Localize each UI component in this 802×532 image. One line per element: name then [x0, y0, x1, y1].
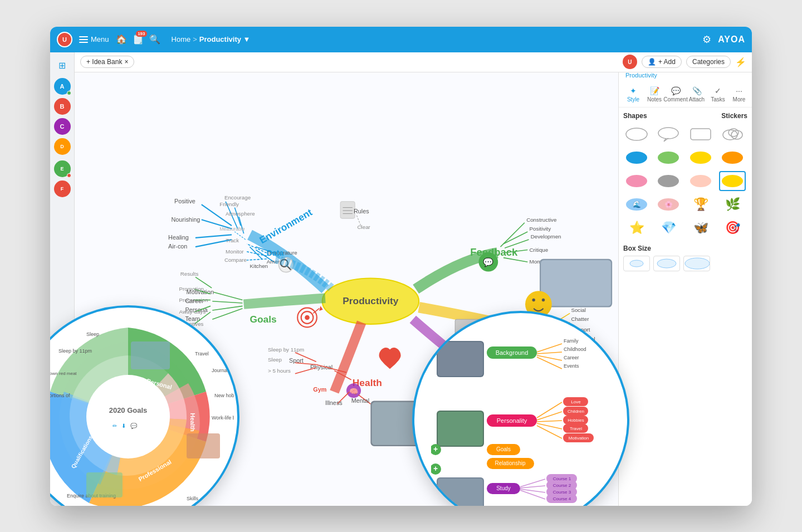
svg-line-215 — [537, 421, 562, 422]
shape-texture-red[interactable]: 🌸 — [655, 194, 682, 214]
search-icon[interactable]: 🔍 — [149, 34, 160, 45]
svg-text:Social: Social — [571, 307, 586, 313]
shape-gray-ellipse[interactable] — [655, 171, 682, 191]
shape-orange-ellipse[interactable] — [719, 148, 746, 168]
svg-text:Career: Career — [564, 355, 579, 360]
shape-ellipse-outline[interactable] — [623, 124, 650, 144]
shape-selected-yellow[interactable] — [719, 171, 746, 191]
svg-line-221 — [537, 426, 562, 438]
shape-cloud[interactable] — [719, 124, 746, 144]
box-size-grid — [623, 256, 747, 271]
svg-text:Journal: Journal — [212, 368, 228, 373]
sticker-orange[interactable]: 🏆 — [687, 194, 714, 214]
add-person-icon: 👤 — [648, 58, 656, 66]
svg-text:Compare: Compare — [224, 257, 247, 263]
user-avatar[interactable]: U — [57, 32, 72, 47]
sub-toolbar: + Idea Bank × U 👤 + Add Categories ⚡ — [75, 52, 752, 72]
svg-text:Atmosphere: Atmosphere — [226, 210, 255, 216]
style-tab-label: Style — [627, 96, 639, 103]
tab-style[interactable]: ✦ Style — [623, 84, 643, 105]
sidebar-avatar-1[interactable]: A — [54, 78, 71, 95]
svg-text:🌊: 🌊 — [633, 200, 641, 208]
svg-line-218 — [537, 423, 562, 429]
sidebar-avatar-2[interactable]: B — [54, 98, 71, 115]
toolbar-right: U 👤 + Add Categories ⚡ — [623, 55, 746, 69]
tab-notes[interactable]: 📝 Notes — [644, 84, 664, 105]
sticker-rocket[interactable]: 🎯 — [719, 218, 746, 238]
add-button[interactable]: 👤 + Add — [642, 56, 682, 68]
svg-point-140 — [626, 128, 647, 140]
tab-tasks[interactable]: ✓ Tasks — [708, 84, 728, 105]
svg-rect-194 — [438, 412, 483, 446]
sidebar-nav-icon[interactable]: ⊞ — [53, 57, 71, 75]
menu-button[interactable]: Menu — [79, 35, 109, 43]
shape-green-ellipse[interactable] — [655, 148, 682, 168]
tab-more[interactable]: ··· More — [729, 84, 749, 105]
shape-rect-outline[interactable] — [687, 124, 714, 144]
box-size-medium[interactable] — [653, 256, 680, 271]
right-panel: Productivity × Productivity ✦ Style 📝 No… — [618, 52, 752, 506]
settings-icon[interactable]: ⚙ — [702, 33, 711, 46]
shape-blue-ellipse[interactable] — [623, 148, 650, 168]
svg-line-38 — [503, 231, 527, 243]
svg-text:Course 1: Course 1 — [553, 476, 571, 481]
svg-text:Goals: Goals — [250, 313, 276, 324]
tab-attach[interactable]: 📎 Attach — [687, 84, 707, 105]
svg-text:Nourishing: Nourishing — [172, 216, 200, 222]
sidebar-avatar-6[interactable]: F — [54, 180, 71, 197]
panel-subtitle: Productivity — [619, 72, 752, 82]
svg-text:Chatter: Chatter — [571, 316, 589, 322]
svg-text:Background: Background — [496, 349, 529, 356]
menu-label: Menu — [91, 35, 109, 43]
svg-rect-185 — [187, 433, 220, 458]
svg-text:Personality: Personality — [497, 417, 527, 424]
svg-text:Environment: Environment — [257, 206, 314, 245]
svg-point-148 — [690, 152, 711, 164]
box-size-small[interactable] — [623, 256, 650, 271]
sticker-green[interactable]: 🌿 — [719, 194, 746, 214]
shape-peach-ellipse[interactable] — [687, 171, 714, 191]
svg-rect-192 — [438, 342, 483, 376]
idea-bank-button[interactable]: + Idea Bank × — [80, 56, 134, 68]
tasks-icon[interactable]: 🗒️ 193 — [133, 34, 144, 45]
svg-text:Promotion: Promotion — [179, 286, 204, 292]
svg-text:⬇: ⬇ — [121, 423, 126, 429]
home-icon[interactable]: 🏠 — [116, 34, 127, 45]
svg-rect-186 — [86, 472, 123, 497]
svg-text:Positive: Positive — [174, 198, 195, 204]
svg-text:Positivity: Positivity — [530, 225, 551, 231]
sticker-heart[interactable]: 💎 — [655, 218, 682, 238]
svg-text:Physical: Physical — [310, 364, 332, 370]
svg-text:Progression: Progression — [179, 296, 208, 302]
tab-comment[interactable]: 💬 Comment — [666, 84, 686, 105]
svg-text:Healing: Healing — [168, 234, 189, 241]
toolbar-user-avatar[interactable]: U — [623, 55, 637, 69]
svg-text:✏: ✏ — [113, 423, 118, 429]
shape-speech-bubble[interactable] — [655, 124, 682, 144]
svg-point-151 — [658, 175, 679, 187]
svg-point-150 — [626, 175, 647, 187]
share-icon[interactable]: ⚡ — [735, 57, 746, 67]
sidebar-avatar-3[interactable]: C — [54, 118, 71, 135]
shape-texture-blue[interactable]: 🌊 — [623, 194, 650, 214]
sticker-star[interactable]: ⭐ — [623, 218, 650, 238]
svg-text:Course 2: Course 2 — [553, 483, 571, 488]
home-link[interactable]: Home — [172, 35, 191, 43]
shape-yellow-ellipse[interactable] — [687, 148, 714, 168]
tasks-tab-icon: ✓ — [715, 86, 721, 95]
svg-text:⭐: ⭐ — [629, 220, 645, 235]
svg-text:Work-life balance: Work-life balance — [212, 415, 234, 421]
notes-tab-icon: 📝 — [650, 86, 659, 95]
svg-text:Skills: Skills — [187, 496, 199, 501]
categories-button[interactable]: Categories — [686, 56, 731, 68]
svg-text:Critique: Critique — [530, 246, 549, 252]
sidebar-avatar-4[interactable]: D — [54, 138, 71, 155]
sticker-sun[interactable]: 🦋 — [687, 218, 714, 238]
sidebar-avatar-5[interactable]: E — [54, 160, 71, 177]
idea-bank-close-icon[interactable]: × — [124, 58, 128, 66]
shapes-grid: 🌊 🌸 🏆 🌿 ⭐ 💎 🦋 — [623, 124, 747, 238]
box-size-large[interactable] — [683, 256, 710, 271]
online-indicator — [67, 91, 71, 95]
svg-text:Constructive: Constructive — [526, 216, 556, 222]
shape-pink-ellipse[interactable] — [623, 171, 650, 191]
